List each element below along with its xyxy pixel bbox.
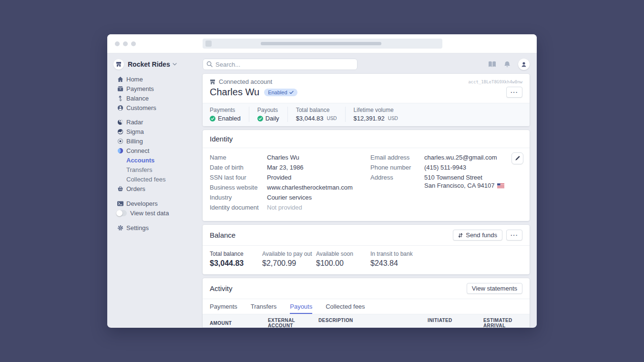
sidebar-item-orders[interactable]: Orders bbox=[117, 184, 203, 193]
balance-arrows-icon bbox=[117, 95, 123, 101]
sidebar: Rocket Rides Home Payments Balance bbox=[107, 53, 203, 327]
search-icon bbox=[206, 61, 213, 67]
sidebar-nav: Home Payments Balance Customers R bbox=[107, 74, 203, 232]
sidebar-item-settings[interactable]: Settings bbox=[117, 223, 203, 232]
favicon-placeholder bbox=[205, 40, 212, 47]
activity-title: Activity bbox=[210, 284, 233, 292]
tab-transfers[interactable]: Transfers bbox=[251, 299, 276, 314]
stat-payments: Payments Enabled bbox=[203, 107, 249, 122]
docs-book-icon[interactable] bbox=[488, 61, 496, 68]
us-flag-icon bbox=[497, 183, 504, 188]
connect-icon bbox=[117, 148, 123, 154]
send-funds-button[interactable]: Send funds bbox=[453, 230, 502, 241]
tab-payouts[interactable]: Payouts bbox=[290, 299, 312, 314]
tab-collected-fees[interactable]: Collected fees bbox=[326, 299, 365, 314]
sidebar-item-accounts[interactable]: Accounts bbox=[117, 155, 203, 165]
balance-title: Balance bbox=[210, 231, 235, 239]
customers-icon bbox=[117, 105, 123, 111]
search-input[interactable] bbox=[203, 59, 358, 70]
billing-icon bbox=[117, 138, 123, 144]
sidebar-item-home[interactable]: Home bbox=[117, 74, 203, 84]
sidebar-item-sigma[interactable]: Sigma bbox=[117, 127, 203, 136]
payouts-table-header: AMOUNT EXTERNAL ACCOUNT DESCRIPTION INIT… bbox=[203, 314, 530, 328]
account-kind-label: Connected account bbox=[219, 78, 272, 85]
traffic-lights[interactable] bbox=[115, 41, 136, 46]
balance-total: Total balance $3,044.83 bbox=[210, 251, 262, 268]
business-switcher[interactable]: Rocket Rides bbox=[107, 59, 203, 70]
test-data-toggle[interactable] bbox=[116, 210, 127, 216]
orders-basket-icon bbox=[117, 186, 123, 191]
sidebar-item-radar[interactable]: Radar bbox=[117, 117, 203, 127]
dashboard-app: Rocket Rides Home Payments Balance bbox=[107, 53, 537, 327]
account-overflow-button[interactable]: ··· bbox=[506, 87, 522, 98]
balance-available-payout: Available to pay out $2,700.99 bbox=[262, 251, 316, 268]
activity-tabs: Payments Transfers Payouts Collected fee… bbox=[203, 299, 530, 314]
sidebar-item-developers[interactable]: Developers bbox=[117, 199, 203, 208]
view-statements-button[interactable]: View statements bbox=[467, 283, 522, 294]
bell-icon[interactable] bbox=[504, 61, 511, 68]
url-text-placeholder bbox=[261, 42, 381, 45]
balance-overflow-button[interactable]: ··· bbox=[506, 230, 522, 241]
account-name: Charles Wu bbox=[210, 87, 259, 98]
sidebar-item-collected-fees[interactable]: Collected fees bbox=[117, 174, 203, 184]
sidebar-item-balance[interactable]: Balance bbox=[117, 93, 203, 103]
payments-icon bbox=[117, 86, 123, 91]
check-circle-icon bbox=[257, 116, 263, 121]
topbar bbox=[203, 59, 530, 70]
storefront-icon-small bbox=[210, 79, 215, 85]
tab-payments[interactable]: Payments bbox=[210, 299, 237, 314]
browser-window: Rocket Rides Home Payments Balance bbox=[107, 34, 537, 328]
pencil-icon bbox=[515, 156, 520, 161]
sidebar-item-payments[interactable]: Payments bbox=[117, 84, 203, 93]
status-badge: Enabled bbox=[264, 89, 297, 96]
user-avatar[interactable] bbox=[518, 59, 530, 70]
radar-icon bbox=[117, 119, 123, 125]
balance-card: Balance Send funds ··· Total balance $3,… bbox=[203, 225, 530, 274]
balance-stats: Total balance $3,044.83 Available to pay… bbox=[203, 246, 530, 274]
account-id: acct_1BLeT8G9Xkh4w0nw bbox=[468, 80, 522, 84]
gear-icon bbox=[117, 225, 123, 231]
sidebar-item-view-test-data[interactable]: View test data bbox=[117, 208, 203, 218]
balance-available-soon: Available soon $100.00 bbox=[316, 251, 370, 268]
identity-title: Identity bbox=[210, 135, 233, 143]
storefront-icon bbox=[113, 59, 124, 70]
account-stats: Payments Enabled Payouts Daily bbox=[203, 103, 530, 126]
browser-chrome bbox=[107, 34, 537, 53]
identity-card: Identity NameCharles Wu Date of birthMar… bbox=[203, 130, 530, 221]
sidebar-item-billing[interactable]: Billing bbox=[117, 136, 203, 146]
url-bar[interactable] bbox=[203, 39, 442, 49]
terminal-icon bbox=[117, 201, 123, 206]
activity-card: Activity View statements Payments Transf… bbox=[203, 278, 530, 328]
stat-total-balance: Total balance $3,044.83USD bbox=[287, 107, 345, 122]
check-icon bbox=[289, 90, 294, 94]
balance-in-transit: In transit to bank $243.84 bbox=[370, 251, 413, 268]
sidebar-item-transfers[interactable]: Transfers bbox=[117, 165, 203, 174]
address-value: 510 Townsend Street San Francisco, CA 94… bbox=[424, 174, 504, 189]
sidebar-item-customers[interactable]: Customers bbox=[117, 103, 203, 112]
stat-payouts: Payouts Daily bbox=[249, 107, 287, 122]
main-content: Connected account acct_1BLeT8G9Xkh4w0nw … bbox=[203, 53, 537, 327]
sidebar-item-connect[interactable]: Connect bbox=[117, 146, 203, 155]
person-icon bbox=[521, 61, 527, 68]
business-name: Rocket Rides bbox=[128, 60, 170, 68]
send-funds-arrows-icon bbox=[458, 232, 463, 238]
edit-identity-button[interactable] bbox=[511, 152, 523, 164]
chevron-down-icon bbox=[173, 63, 177, 66]
sigma-icon bbox=[117, 129, 123, 135]
check-circle-icon bbox=[210, 116, 215, 121]
home-icon bbox=[117, 76, 123, 82]
stat-lifetime-volume: Lifetime volume $12,391.92USD bbox=[345, 107, 406, 122]
connected-account-card: Connected account acct_1BLeT8G9Xkh4w0nw … bbox=[203, 74, 530, 126]
